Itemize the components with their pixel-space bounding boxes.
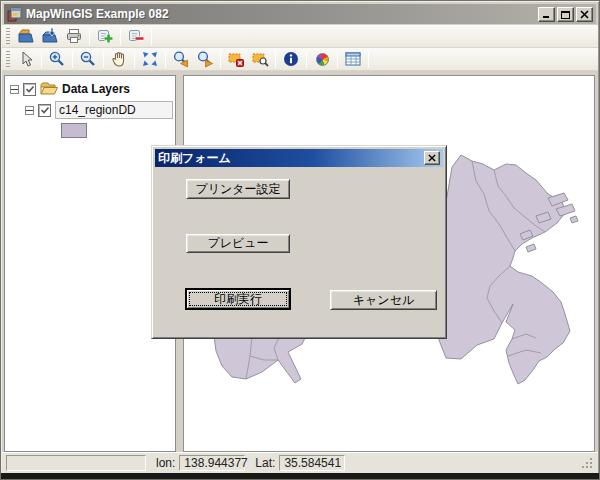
toolbar-separator	[103, 51, 104, 68]
print-dialog: 印刷フォーム プリンター設定 プレビュー 印刷実行 キャンセル	[151, 145, 447, 339]
layer-checkbox[interactable]	[38, 104, 51, 117]
zoom-out-button[interactable]	[76, 49, 100, 70]
print-dialog-title: 印刷フォーム	[158, 150, 424, 167]
zoom-out-icon	[79, 50, 97, 68]
color-palette-icon	[316, 53, 329, 66]
close-button[interactable]	[576, 7, 593, 22]
window-controls	[536, 7, 593, 22]
printer-icon	[65, 27, 83, 45]
toolbar-separator	[337, 51, 338, 68]
save-icon	[41, 27, 59, 45]
pan-hand-icon	[110, 50, 128, 68]
lat-value: 35.584541	[279, 455, 345, 471]
lon-label: lon:	[156, 456, 175, 470]
tree-root-label: Data Layers	[62, 82, 130, 96]
collapse-expander-icon[interactable]	[25, 106, 34, 115]
status-message-panel	[6, 455, 146, 471]
clear-selection-button[interactable]	[224, 49, 248, 70]
toolbar-separator	[306, 51, 307, 68]
toolbar-grip[interactable]	[6, 28, 10, 44]
toolbar-grip[interactable]	[6, 51, 10, 67]
print-dialog-titlebar[interactable]: 印刷フォーム	[155, 149, 443, 167]
close-icon	[580, 10, 589, 19]
zoom-previous-button[interactable]	[169, 49, 193, 70]
remove-layer-button[interactable]	[124, 26, 148, 47]
print-execute-button[interactable]: 印刷実行	[185, 288, 291, 310]
collapse-expander-icon[interactable]	[10, 85, 19, 94]
add-layer-icon	[96, 27, 114, 45]
close-icon	[428, 154, 436, 162]
identify-button[interactable]	[279, 49, 303, 70]
desktop-edge	[1, 473, 599, 479]
open-folder-icon	[17, 27, 35, 45]
zoom-next-icon	[196, 50, 214, 68]
maximize-icon	[561, 10, 570, 19]
tree-node-layer[interactable]: c14_regionDD	[25, 101, 173, 119]
attribute-table-button[interactable]	[341, 49, 365, 70]
minimize-icon	[542, 10, 551, 18]
lon-value: 138.944377	[179, 455, 245, 471]
tree-node-data-layers[interactable]: Data Layers	[10, 82, 175, 96]
resize-grip[interactable]	[581, 457, 594, 470]
add-layer-button[interactable]	[93, 26, 117, 47]
app-icon	[7, 7, 22, 22]
toolbar-separator	[220, 51, 221, 68]
titlebar[interactable]: MapWinGIS Example 082	[4, 4, 596, 24]
clear-selection-icon	[227, 50, 245, 68]
toolbar-separator	[89, 28, 90, 45]
app-window: MapWinGIS Example 082	[0, 0, 600, 480]
window-title: MapWinGIS Example 082	[26, 7, 536, 21]
toolbar-separator	[41, 51, 42, 68]
zoom-full-extent-button[interactable]	[138, 49, 162, 70]
data-layers-checkbox[interactable]	[23, 83, 36, 96]
maximize-button[interactable]	[557, 7, 574, 22]
statusbar: lon: 138.944377 Lat: 35.584541	[2, 452, 598, 473]
checkmark-icon	[40, 105, 50, 115]
zoom-previous-icon	[172, 50, 190, 68]
toolbar-separator	[275, 51, 276, 68]
remove-layer-icon	[127, 27, 145, 45]
cancel-button[interactable]: キャンセル	[330, 290, 437, 310]
save-button[interactable]	[38, 26, 62, 47]
folder-icon	[40, 82, 58, 96]
lat-label: Lat:	[255, 456, 275, 470]
dialog-close-button[interactable]	[424, 151, 440, 165]
zoom-to-selection-button[interactable]	[248, 49, 272, 70]
toolbar-separator	[120, 28, 121, 45]
zoom-full-extent-icon	[141, 50, 159, 68]
pointer-tool-button[interactable]	[14, 49, 38, 70]
toolbar-file	[2, 25, 598, 48]
attribute-table-icon	[344, 50, 362, 68]
info-icon	[282, 50, 300, 68]
layer-symbol-swatch[interactable]	[61, 123, 87, 138]
open-button[interactable]	[14, 26, 38, 47]
symbology-button[interactable]	[310, 49, 334, 70]
toolbar-separator	[165, 51, 166, 68]
toolbar-separator	[72, 51, 73, 68]
zoom-to-selection-icon	[251, 50, 269, 68]
checkmark-icon	[25, 84, 35, 94]
preview-button[interactable]: プレビュー	[186, 234, 290, 253]
zoom-in-button[interactable]	[45, 49, 69, 70]
toolbar-separator	[134, 51, 135, 68]
layer-label[interactable]: c14_regionDD	[55, 101, 173, 119]
pan-tool-button[interactable]	[107, 49, 131, 70]
zoom-next-button[interactable]	[193, 49, 217, 70]
printer-settings-button[interactable]: プリンター設定	[186, 179, 290, 199]
toolbar-map-tools	[2, 48, 598, 71]
toolbar-separator	[368, 51, 369, 68]
pointer-icon	[17, 50, 35, 68]
zoom-in-icon	[48, 50, 66, 68]
print-button[interactable]	[62, 26, 86, 47]
minimize-button[interactable]	[538, 7, 555, 22]
toolbar-separator	[151, 28, 152, 45]
